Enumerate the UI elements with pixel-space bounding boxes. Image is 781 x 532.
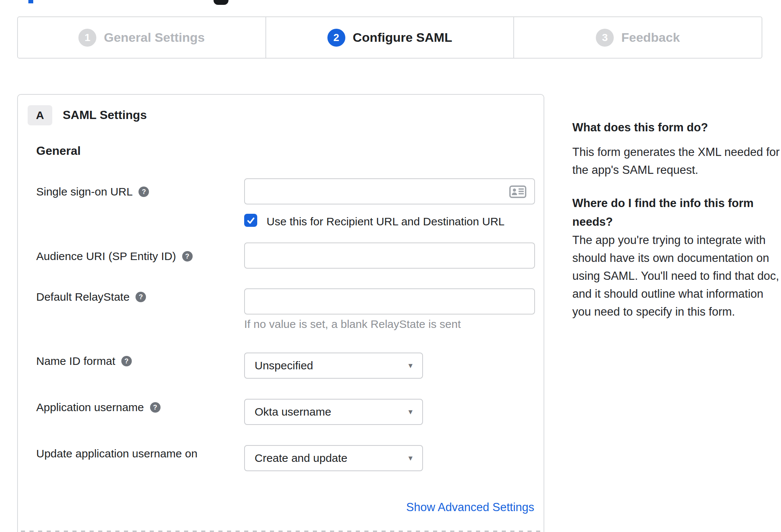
step-1-label: General Settings (104, 30, 205, 45)
sso-url-label-row: Single sign-on URL ? (36, 184, 149, 199)
saml-settings-panel: A SAML Settings General Single sign-on U… (17, 94, 544, 532)
help-sidebar: What does this form do? This form genera… (572, 119, 781, 321)
step-2-circle: 2 (327, 29, 345, 47)
relaystate-label-row: Default RelayState ? (36, 290, 146, 304)
caret-down-icon: ▾ (408, 454, 413, 462)
use-for-recipient-label: Use this for Recipient URL and Destinati… (267, 214, 505, 229)
update-username-select[interactable]: Create and update ▾ (244, 445, 423, 471)
nameid-format-value: Unspecified (255, 359, 313, 372)
caret-down-icon: ▾ (408, 362, 413, 370)
nameid-format-select[interactable]: Unspecified ▾ (244, 353, 423, 379)
update-username-label-row: Update application username on (36, 446, 197, 461)
step-1-circle: 1 (78, 29, 96, 47)
wizard-stepper: 1 General Settings 2 Configure SAML 3 Fe… (17, 16, 762, 59)
app-username-help-icon[interactable]: ? (150, 402, 161, 413)
sso-url-help-icon[interactable]: ? (139, 187, 149, 197)
app-username-label: Application username (36, 401, 144, 414)
help-q1-body: This form generates the XML needed for t… (572, 143, 781, 179)
dotted-divider (21, 531, 541, 532)
step-feedback[interactable]: 3 Feedback (513, 17, 762, 58)
app-username-label-row: Application username ? (36, 400, 161, 415)
relaystate-input[interactable] (244, 288, 535, 314)
step-3-label: Feedback (621, 30, 680, 45)
audience-uri-input[interactable] (244, 242, 535, 269)
relaystate-help-icon[interactable]: ? (136, 292, 146, 302)
audience-uri-label: Audience URI (SP Entity ID) (36, 250, 176, 263)
step-general-settings[interactable]: 1 General Settings (18, 17, 265, 58)
update-username-value: Create and update (255, 452, 348, 464)
step-3-circle: 3 (596, 29, 614, 47)
cutoff-blue-fragment (28, 0, 33, 3)
general-group-heading: General (36, 144, 81, 158)
audience-uri-label-row: Audience URI (SP Entity ID) ? (36, 249, 193, 264)
show-advanced-settings-link[interactable]: Show Advanced Settings (406, 500, 534, 515)
use-for-recipient-checkbox[interactable] (244, 214, 257, 227)
app-username-value: Okta username (255, 406, 331, 418)
nameid-format-label: Name ID format (36, 355, 115, 367)
audience-uri-help-icon[interactable]: ? (182, 251, 193, 262)
update-username-label: Update application username on (36, 447, 197, 460)
nameid-format-help-icon[interactable]: ? (121, 356, 132, 366)
sso-url-label: Single sign-on URL (36, 185, 133, 198)
nameid-format-label-row: Name ID format ? (36, 354, 132, 369)
checkmark-icon (246, 216, 256, 225)
step-2-label: Configure SAML (353, 30, 452, 45)
step-configure-saml[interactable]: 2 Configure SAML (265, 17, 514, 58)
caret-down-icon: ▾ (408, 408, 413, 416)
cutoff-title-descender (214, 0, 228, 5)
help-q1-heading: What does this form do? (572, 119, 781, 137)
sso-url-input[interactable] (244, 178, 535, 204)
help-q2-heading: Where do I find the info this form needs… (572, 194, 781, 231)
relaystate-hint: If no value is set, a blank RelayState i… (244, 318, 461, 331)
section-a-badge: A (28, 105, 52, 125)
relaystate-label: Default RelayState (36, 291, 130, 303)
section-title: SAML Settings (63, 108, 147, 122)
help-q2-body: The app you're trying to integrate with … (572, 231, 781, 321)
configure-saml-page: 1 General Settings 2 Configure SAML 3 Fe… (0, 0, 781, 532)
app-username-select[interactable]: Okta username ▾ (244, 399, 423, 425)
